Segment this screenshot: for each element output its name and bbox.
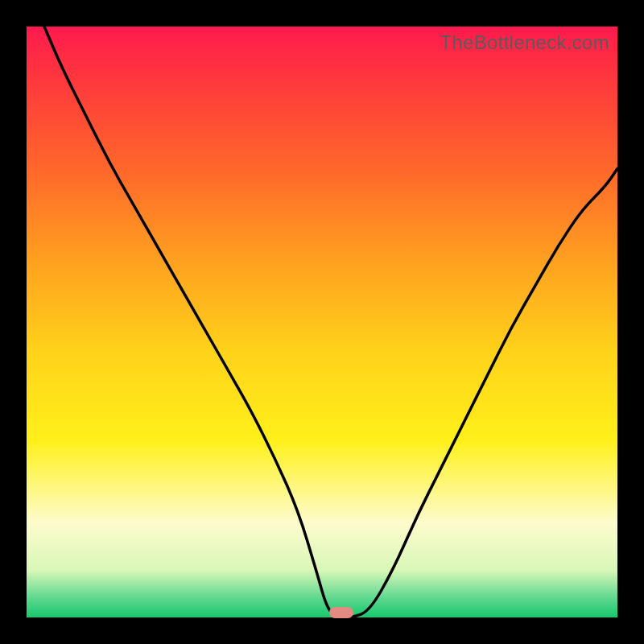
chart-frame: TheBottleneck.com: [0, 0, 644, 644]
bottleneck-curve: [27, 27, 617, 617]
curve-path: [44, 27, 617, 617]
optimum-marker: [329, 607, 353, 618]
plot-area: TheBottleneck.com: [27, 27, 617, 617]
